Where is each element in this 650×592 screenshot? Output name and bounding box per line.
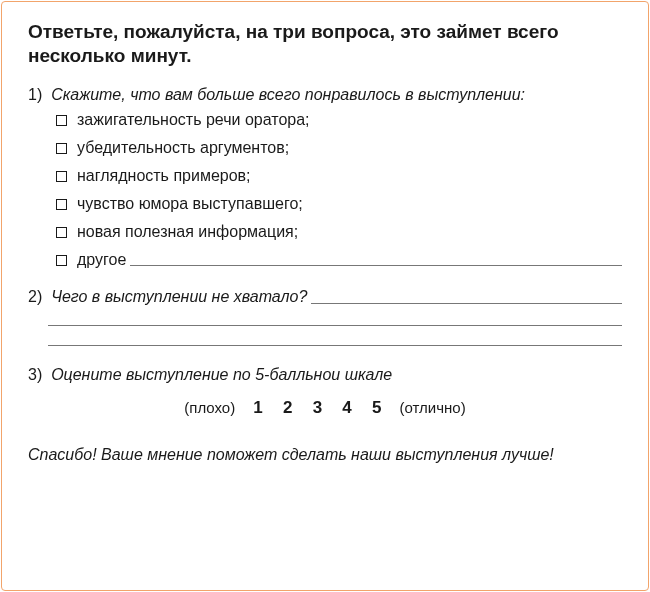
rating-scale: (плохо) 1 2 3 4 5 (отлично) bbox=[28, 398, 622, 418]
scale-value-3[interactable]: 3 bbox=[313, 398, 322, 418]
scale-value-4[interactable]: 4 bbox=[342, 398, 351, 418]
checkbox-icon[interactable] bbox=[56, 115, 67, 126]
checkbox-icon[interactable] bbox=[56, 255, 67, 266]
question-2-prompt: 2) Чего в выступлении не хватало? bbox=[28, 288, 622, 306]
option-label: убедительность аргументов; bbox=[77, 140, 289, 156]
survey-card: Ответьте, пожалуйста, на три вопроса, эт… bbox=[1, 1, 649, 591]
list-item: чувство юмора выступавшего; bbox=[56, 196, 622, 212]
scale-value-1[interactable]: 1 bbox=[253, 398, 262, 418]
question-2: 2) Чего в выступлении не хватало? bbox=[28, 288, 622, 346]
question-3-text: Оцените выступление по 5-балльнои шкале bbox=[51, 366, 392, 383]
scale-value-5[interactable]: 5 bbox=[372, 398, 381, 418]
option-label: зажигательность речи оратора; bbox=[77, 112, 310, 128]
write-in-line[interactable] bbox=[130, 265, 622, 266]
question-1-options: зажигательность речи оратора; убедительн… bbox=[28, 112, 622, 268]
question-3-number: 3) bbox=[28, 366, 42, 383]
question-1-text: Скажите, что вам больше всего понравилос… bbox=[51, 86, 525, 103]
thanks-text: Спасибо! Ваше мнение поможет сделать наш… bbox=[28, 446, 622, 464]
question-1: 1) Скажите, что вам больше всего понрави… bbox=[28, 86, 622, 268]
option-label: наглядность примеров; bbox=[77, 168, 251, 184]
question-2-text: Чего в выступлении не хватало? bbox=[51, 288, 307, 306]
list-item: наглядность примеров; bbox=[56, 168, 622, 184]
write-in-line[interactable] bbox=[48, 328, 622, 346]
scale-high-label: (отлично) bbox=[400, 399, 466, 416]
checkbox-icon[interactable] bbox=[56, 227, 67, 238]
write-in-line[interactable] bbox=[48, 308, 622, 326]
scale-low-label: (плохо) bbox=[184, 399, 235, 416]
list-item: зажигательность речи оратора; bbox=[56, 112, 622, 128]
question-3: 3) Оцените выступление по 5-балльнои шка… bbox=[28, 366, 622, 418]
question-1-number: 1) bbox=[28, 86, 42, 103]
option-label: другое bbox=[77, 252, 126, 268]
checkbox-icon[interactable] bbox=[56, 143, 67, 154]
list-item: другое bbox=[56, 252, 622, 268]
intro-text: Ответьте, пожалуйста, на три вопроса, эт… bbox=[28, 20, 622, 68]
option-label: новая полезная информация; bbox=[77, 224, 298, 240]
question-1-prompt: 1) Скажите, что вам больше всего понрави… bbox=[28, 86, 622, 104]
question-3-prompt: 3) Оцените выступление по 5-балльнои шка… bbox=[28, 366, 622, 384]
list-item: новая полезная информация; bbox=[56, 224, 622, 240]
checkbox-icon[interactable] bbox=[56, 199, 67, 210]
list-item: убедительность аргументов; bbox=[56, 140, 622, 156]
question-2-number: 2) bbox=[28, 288, 42, 306]
write-in-line[interactable] bbox=[311, 303, 622, 304]
checkbox-icon[interactable] bbox=[56, 171, 67, 182]
scale-value-2[interactable]: 2 bbox=[283, 398, 292, 418]
option-label: чувство юмора выступавшего; bbox=[77, 196, 303, 212]
question-2-lines bbox=[28, 308, 622, 346]
